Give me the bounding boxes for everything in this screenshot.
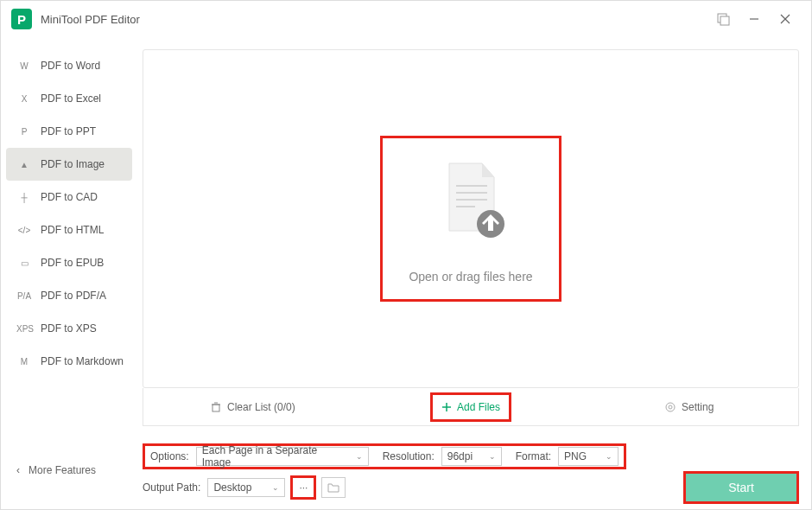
folder-icon — [327, 482, 339, 493]
add-files-button[interactable]: Add Files — [362, 388, 580, 425]
setting-button[interactable]: Setting — [580, 388, 798, 425]
sidebar-item-pdf-to-markdown[interactable]: MPDF to Markdown — [1, 345, 137, 378]
clear-list-button[interactable]: Clear List (0/0) — [143, 388, 362, 425]
chevron-down-icon: ⌄ — [349, 452, 363, 461]
browse-button[interactable]: ··· — [290, 475, 316, 500]
image-icon: ▲ — [16, 160, 32, 169]
sidebar-item-label: PDF to Excel — [41, 92, 101, 105]
sidebar-item-pdf-to-word[interactable]: WPDF to Word — [1, 49, 137, 82]
options-row: Options: Each Page in a Separate Image ⌄… — [143, 443, 799, 469]
options-value: Each Page in a Separate Image — [202, 444, 349, 469]
app-logo-icon: P — [11, 9, 32, 29]
sidebar-item-pdf-to-ppt[interactable]: PPDF to PPT — [1, 115, 137, 148]
sidebar-item-label: PDF to XPS — [41, 322, 97, 335]
gear-icon — [664, 401, 676, 413]
options-label: Options: — [150, 450, 189, 462]
chevron-left-icon: ‹ — [16, 464, 20, 476]
pdfa-icon: P/A — [16, 291, 32, 301]
close-button[interactable] — [770, 5, 801, 33]
main-panel: Open or drag files here Clear List (0/0)… — [137, 37, 811, 509]
sidebar-item-pdf-to-excel[interactable]: XPDF to Excel — [1, 82, 137, 115]
actionbar: Clear List (0/0) Add Files Setting — [143, 388, 799, 426]
sidebar-item-label: PDF to Image — [41, 158, 105, 170]
more-features-label: More Features — [29, 464, 96, 476]
chevron-down-icon: ⌄ — [599, 452, 612, 461]
window-toggle-icon[interactable] — [707, 5, 739, 33]
sidebar: WPDF to Word XPDF to Excel PPDF to PPT ▲… — [1, 37, 137, 509]
trash-icon — [210, 401, 222, 413]
format-value: PNG — [564, 450, 587, 462]
open-folder-button[interactable] — [321, 477, 346, 498]
start-label: Start — [728, 481, 754, 494]
svg-point-16 — [669, 405, 672, 409]
plus-icon — [441, 402, 452, 412]
output-path-label: Output Path: — [143, 481, 200, 494]
sidebar-item-pdf-to-image[interactable]: ▲PDF to Image — [6, 148, 132, 181]
resolution-label: Resolution: — [383, 450, 435, 462]
sidebar-item-pdf-to-html[interactable]: </>PDF to HTML — [1, 214, 137, 246]
add-files-highlight: Add Files — [430, 392, 511, 422]
file-upload-icon — [419, 150, 523, 254]
sidebar-item-pdf-to-pdfa[interactable]: P/APDF to PDF/A — [1, 279, 137, 312]
app-title: MiniTool PDF Editor — [41, 13, 707, 26]
sidebar-item-pdf-to-cad[interactable]: ┼PDF to CAD — [1, 181, 137, 214]
setting-label: Setting — [682, 401, 714, 413]
sidebar-item-label: PDF to Word — [41, 60, 100, 72]
xps-icon: XPS — [16, 324, 32, 334]
start-button[interactable]: Start — [683, 471, 799, 504]
options-select[interactable]: Each Page in a Separate Image ⌄ — [196, 447, 369, 466]
chevron-down-icon: ⌄ — [482, 452, 496, 461]
dropzone-text: Open or drag files here — [409, 270, 532, 284]
ellipsis-icon: ··· — [299, 481, 308, 494]
clear-list-label: Clear List (0/0) — [227, 401, 295, 413]
cad-icon: ┼ — [16, 193, 32, 202]
epub-icon: ▭ — [16, 258, 32, 268]
w-icon: W — [16, 61, 32, 71]
sidebar-item-pdf-to-epub[interactable]: ▭PDF to EPUB — [1, 246, 137, 279]
output-path-value: Desktop — [213, 481, 251, 494]
dropzone[interactable]: Open or drag files here — [143, 49, 799, 388]
titlebar: P MiniTool PDF Editor — [1, 1, 811, 37]
format-label: Format: — [516, 450, 551, 462]
md-icon: M — [16, 357, 32, 367]
sidebar-item-label: PDF to HTML — [41, 224, 104, 236]
svg-point-15 — [666, 403, 675, 411]
resolution-select[interactable]: 96dpi ⌄ — [441, 447, 502, 466]
sidebar-item-label: PDF to PPT — [41, 125, 96, 137]
svg-rect-10 — [213, 405, 219, 411]
sidebar-item-pdf-to-xps[interactable]: XPSPDF to XPS — [1, 312, 137, 345]
dropzone-highlight: Open or drag files here — [380, 136, 561, 302]
format-select[interactable]: PNG ⌄ — [558, 447, 619, 466]
sidebar-item-label: PDF to Markdown — [41, 355, 124, 367]
app-window: P MiniTool PDF Editor WPDF to Word XPDF … — [0, 0, 812, 510]
resolution-value: 96dpi — [447, 450, 473, 462]
more-features-button[interactable]: ‹ More Features — [1, 457, 137, 483]
options-highlight: Options: Each Page in a Separate Image ⌄… — [143, 443, 626, 469]
sidebar-item-label: PDF to PDF/A — [41, 290, 106, 302]
chevron-down-icon: ⌄ — [265, 483, 279, 492]
sidebar-item-label: PDF to CAD — [41, 191, 98, 203]
p-icon: P — [16, 127, 32, 137]
output-row: Output Path: Desktop ⌄ ··· Start — [143, 475, 799, 500]
html-icon: </> — [16, 226, 32, 235]
minimize-button[interactable] — [739, 5, 770, 33]
body: WPDF to Word XPDF to Excel PPDF to PPT ▲… — [1, 37, 811, 509]
sidebar-item-label: PDF to EPUB — [41, 257, 104, 269]
output-path-select[interactable]: Desktop ⌄ — [207, 478, 285, 497]
svg-rect-1 — [720, 16, 729, 25]
add-files-label: Add Files — [457, 401, 500, 413]
x-icon: X — [16, 94, 32, 104]
